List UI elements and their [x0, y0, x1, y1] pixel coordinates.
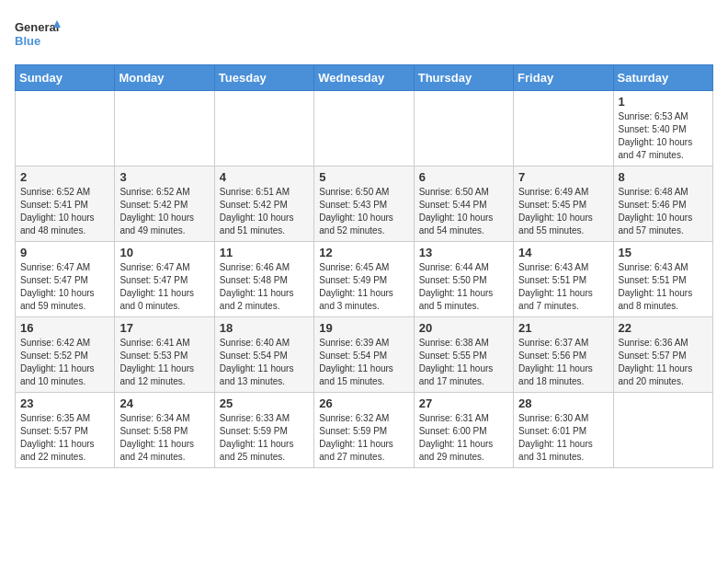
day-info: Sunrise: 6:38 AM Sunset: 5:55 PM Dayligh… [419, 337, 508, 388]
page-header: General Blue [15, 15, 713, 55]
day-info: Sunrise: 6:37 AM Sunset: 5:56 PM Dayligh… [518, 337, 608, 388]
calendar-cell: 8Sunrise: 6:48 AM Sunset: 5:46 PM Daylig… [613, 167, 712, 242]
calendar-cell: 22Sunrise: 6:36 AM Sunset: 5:57 PM Dayli… [613, 317, 712, 393]
calendar-cell [214, 91, 313, 167]
day-number: 6 [419, 170, 508, 184]
calendar-cell: 12Sunrise: 6:45 AM Sunset: 5:49 PM Dayli… [314, 242, 414, 317]
calendar-cell: 14Sunrise: 6:43 AM Sunset: 5:51 PM Dayli… [514, 242, 613, 317]
day-info: Sunrise: 6:33 AM Sunset: 5:59 PM Dayligh… [220, 412, 309, 464]
day-info: Sunrise: 6:47 AM Sunset: 5:47 PM Dayligh… [119, 261, 209, 313]
day-number: 15 [619, 246, 708, 259]
calendar-cell: 7Sunrise: 6:49 AM Sunset: 5:45 PM Daylig… [514, 167, 613, 242]
day-number: 28 [518, 396, 608, 410]
calendar-week-2: 2Sunrise: 6:52 AM Sunset: 5:41 PM Daylig… [16, 167, 713, 242]
day-number: 20 [419, 321, 508, 335]
calendar-cell: 1Sunrise: 6:53 AM Sunset: 5:40 PM Daylig… [613, 91, 712, 167]
day-info: Sunrise: 6:40 AM Sunset: 5:54 PM Dayligh… [220, 337, 309, 388]
day-number: 3 [119, 170, 209, 184]
day-number: 25 [220, 396, 309, 410]
day-info: Sunrise: 6:47 AM Sunset: 5:47 PM Dayligh… [20, 261, 109, 313]
day-number: 17 [119, 321, 209, 335]
day-number: 26 [319, 396, 408, 410]
calendar-cell: 10Sunrise: 6:47 AM Sunset: 5:47 PM Dayli… [115, 242, 214, 317]
day-info: Sunrise: 6:52 AM Sunset: 5:42 PM Dayligh… [119, 186, 209, 237]
calendar-cell [414, 91, 513, 167]
day-number: 13 [419, 246, 508, 259]
day-number: 7 [518, 170, 608, 184]
day-info: Sunrise: 6:31 AM Sunset: 6:00 PM Dayligh… [419, 412, 508, 464]
day-info: Sunrise: 6:48 AM Sunset: 5:46 PM Dayligh… [619, 186, 708, 237]
day-info: Sunrise: 6:42 AM Sunset: 5:52 PM Dayligh… [20, 337, 109, 388]
calendar-cell [115, 91, 214, 167]
calendar-cell: 18Sunrise: 6:40 AM Sunset: 5:54 PM Dayli… [214, 317, 313, 393]
day-info: Sunrise: 6:32 AM Sunset: 5:59 PM Dayligh… [319, 412, 408, 464]
calendar-cell: 23Sunrise: 6:35 AM Sunset: 5:57 PM Dayli… [16, 393, 115, 468]
day-number: 12 [319, 246, 408, 259]
day-number: 2 [20, 170, 109, 184]
calendar-cell: 5Sunrise: 6:50 AM Sunset: 5:43 PM Daylig… [314, 167, 414, 242]
calendar-cell [613, 393, 712, 468]
day-number: 11 [220, 246, 309, 259]
calendar-body: 1Sunrise: 6:53 AM Sunset: 5:40 PM Daylig… [16, 91, 713, 468]
logo-svg: General Blue [15, 15, 61, 55]
calendar-cell: 6Sunrise: 6:50 AM Sunset: 5:44 PM Daylig… [414, 167, 513, 242]
day-number: 27 [419, 396, 508, 410]
calendar-cell: 17Sunrise: 6:41 AM Sunset: 5:53 PM Dayli… [115, 317, 214, 393]
day-info: Sunrise: 6:53 AM Sunset: 5:40 PM Dayligh… [619, 110, 708, 162]
calendar-cell: 15Sunrise: 6:43 AM Sunset: 5:51 PM Dayli… [613, 242, 712, 317]
calendar-cell: 24Sunrise: 6:34 AM Sunset: 5:58 PM Dayli… [115, 393, 214, 468]
weekday-header-sunday: Sunday [16, 65, 115, 91]
day-number: 5 [319, 170, 408, 184]
calendar-cell: 2Sunrise: 6:52 AM Sunset: 5:41 PM Daylig… [16, 167, 115, 242]
day-number: 22 [619, 321, 708, 335]
calendar-cell: 13Sunrise: 6:44 AM Sunset: 5:50 PM Dayli… [414, 242, 513, 317]
calendar-table: SundayMondayTuesdayWednesdayThursdayFrid… [15, 64, 713, 468]
calendar-cell: 11Sunrise: 6:46 AM Sunset: 5:48 PM Dayli… [214, 242, 313, 317]
calendar-cell: 27Sunrise: 6:31 AM Sunset: 6:00 PM Dayli… [414, 393, 513, 468]
calendar-header: SundayMondayTuesdayWednesdayThursdayFrid… [16, 65, 713, 91]
calendar-cell: 9Sunrise: 6:47 AM Sunset: 5:47 PM Daylig… [16, 242, 115, 317]
calendar-week-3: 9Sunrise: 6:47 AM Sunset: 5:47 PM Daylig… [16, 242, 713, 317]
calendar-cell: 28Sunrise: 6:30 AM Sunset: 6:01 PM Dayli… [514, 393, 613, 468]
day-info: Sunrise: 6:52 AM Sunset: 5:41 PM Dayligh… [20, 186, 109, 237]
day-number: 8 [619, 170, 708, 184]
day-number: 24 [119, 396, 209, 410]
calendar-cell [314, 91, 414, 167]
day-info: Sunrise: 6:39 AM Sunset: 5:54 PM Dayligh… [319, 337, 408, 388]
day-info: Sunrise: 6:35 AM Sunset: 5:57 PM Dayligh… [20, 412, 109, 464]
day-info: Sunrise: 6:30 AM Sunset: 6:01 PM Dayligh… [518, 412, 608, 464]
calendar-week-5: 23Sunrise: 6:35 AM Sunset: 5:57 PM Dayli… [16, 393, 713, 468]
day-number: 9 [20, 246, 109, 259]
calendar-cell: 21Sunrise: 6:37 AM Sunset: 5:56 PM Dayli… [514, 317, 613, 393]
calendar-cell: 26Sunrise: 6:32 AM Sunset: 5:59 PM Dayli… [314, 393, 414, 468]
day-info: Sunrise: 6:41 AM Sunset: 5:53 PM Dayligh… [119, 337, 209, 388]
weekday-header-wednesday: Wednesday [314, 65, 414, 91]
day-info: Sunrise: 6:36 AM Sunset: 5:57 PM Dayligh… [619, 337, 708, 388]
day-number: 19 [319, 321, 408, 335]
weekday-header-thursday: Thursday [414, 65, 513, 91]
day-number: 23 [20, 396, 109, 410]
calendar-week-1: 1Sunrise: 6:53 AM Sunset: 5:40 PM Daylig… [16, 91, 713, 167]
day-number: 4 [220, 170, 309, 184]
day-number: 10 [119, 246, 209, 259]
calendar-cell: 20Sunrise: 6:38 AM Sunset: 5:55 PM Dayli… [414, 317, 513, 393]
calendar-cell: 3Sunrise: 6:52 AM Sunset: 5:42 PM Daylig… [115, 167, 214, 242]
day-info: Sunrise: 6:34 AM Sunset: 5:58 PM Dayligh… [119, 412, 209, 464]
calendar-cell: 25Sunrise: 6:33 AM Sunset: 5:59 PM Dayli… [214, 393, 313, 468]
weekday-header-saturday: Saturday [613, 65, 712, 91]
day-number: 18 [220, 321, 309, 335]
day-number: 21 [518, 321, 608, 335]
day-number: 14 [518, 246, 608, 259]
day-number: 1 [619, 95, 708, 109]
day-info: Sunrise: 6:51 AM Sunset: 5:42 PM Dayligh… [220, 186, 309, 237]
day-info: Sunrise: 6:50 AM Sunset: 5:43 PM Dayligh… [319, 186, 408, 237]
logo: General Blue [15, 15, 61, 55]
svg-text:General: General [15, 20, 59, 34]
calendar-cell [514, 91, 613, 167]
calendar-cell: 19Sunrise: 6:39 AM Sunset: 5:54 PM Dayli… [314, 317, 414, 393]
weekday-header-row: SundayMondayTuesdayWednesdayThursdayFrid… [16, 65, 713, 91]
day-info: Sunrise: 6:44 AM Sunset: 5:50 PM Dayligh… [419, 261, 508, 313]
calendar-cell [16, 91, 115, 167]
day-info: Sunrise: 6:50 AM Sunset: 5:44 PM Dayligh… [419, 186, 508, 237]
day-info: Sunrise: 6:46 AM Sunset: 5:48 PM Dayligh… [220, 261, 309, 313]
